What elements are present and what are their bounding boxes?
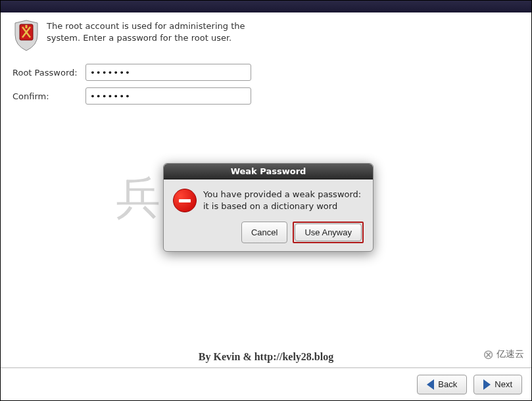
header-row: The root account is used for administeri… [12,19,520,52]
corner-watermark: ⊗ 亿速云 [478,344,529,364]
cancel-button[interactable]: Cancel [241,222,287,243]
next-button[interactable]: Next [473,375,522,394]
back-button[interactable]: Back [417,375,467,394]
bottom-nav-bar: Back Next [1,367,531,400]
password-label: Root Password: [12,68,82,78]
highlight-box: Use Anyway [293,222,364,243]
top-menu-bar [1,1,531,12]
footer-caption: By Kevin & http://kely28.blog [1,351,531,363]
root-password-input[interactable] [85,64,251,81]
weak-password-dialog: Weak Password You have provided a weak p… [163,163,374,252]
confirm-row: Confirm: [12,87,520,105]
dialog-body: You have provided a weak password: it is… [164,179,373,251]
cloud-icon: ⊗ [483,346,494,362]
shield-icon [12,19,40,52]
dialog-message-row: You have provided a weak password: it is… [173,189,364,212]
confirm-label: Confirm: [12,91,82,101]
dialog-title: Weak Password [164,164,373,179]
instruction-text: The root account is used for administeri… [47,19,251,43]
arrow-right-icon [483,379,491,390]
arrow-left-icon [427,379,434,390]
password-row: Root Password: [12,64,520,81]
confirm-password-input[interactable] [85,87,251,105]
dialog-message: You have provided a weak password: it is… [203,189,364,212]
corner-watermark-text: 亿速云 [496,348,524,360]
error-icon [173,189,197,212]
use-anyway-button[interactable]: Use Anyway [295,224,362,241]
next-label: Next [495,379,512,389]
svg-rect-1 [26,25,28,28]
dialog-button-row: Cancel Use Anyway [173,222,364,243]
back-label: Back [438,379,457,389]
main-content: The root account is used for administeri… [1,12,531,118]
